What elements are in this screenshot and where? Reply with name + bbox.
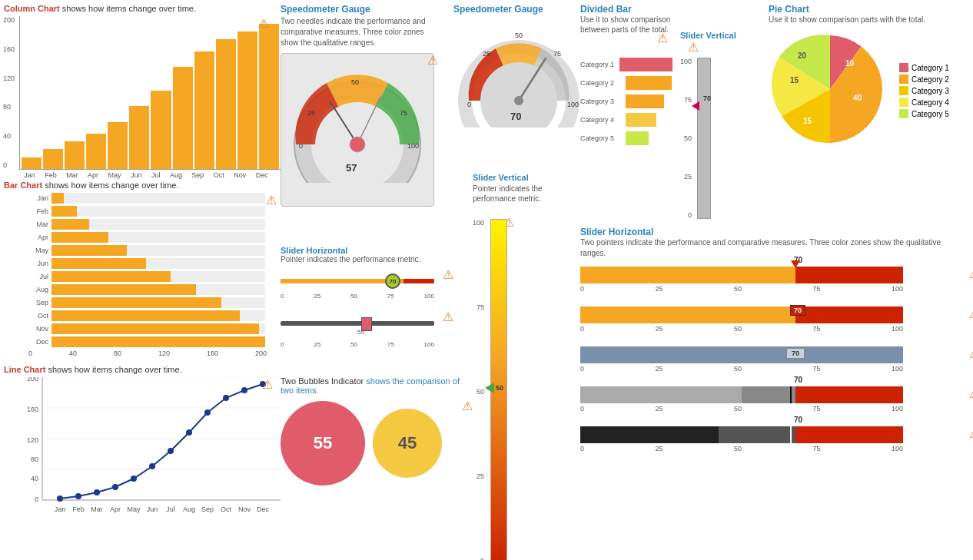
svg-point-21: [223, 395, 229, 401]
slider-h-right-warn-1: ⚠: [969, 267, 973, 281]
pie-chart-container: 10 40 15 15 20 Category 1 Category 2 Cat…: [769, 28, 972, 151]
speedometer-gauge2-title: Speedometer Gauge: [453, 4, 592, 15]
svg-text:80: 80: [31, 456, 38, 463]
svg-text:40: 40: [31, 475, 38, 482]
pie-chart-desc: Use it to show comparison parts with the…: [769, 15, 972, 25]
col-bar-item: [173, 67, 193, 169]
bubbles-title: Two Bubbles Indicator shows the comparis…: [281, 376, 473, 395]
slider-h-right-warn-5: ⚠: [969, 426, 973, 441]
slider-thumb-1[interactable]: 70: [385, 273, 400, 289]
hbar-row: Nov: [27, 323, 265, 334]
hbar-label: Aug: [27, 286, 48, 293]
svg-point-43: [350, 137, 365, 152]
bubble1-value: 55: [314, 433, 332, 453]
svg-text:25: 25: [307, 109, 315, 117]
hbar-fill: [51, 193, 64, 204]
col-chart-bars: [20, 16, 281, 169]
divided-bar-row-1: Category 1: [580, 58, 672, 71]
col-bar-item: [65, 141, 85, 169]
column-chart: 200 160 120 80 40 0: [19, 16, 281, 170]
bubble-1: 55: [281, 401, 365, 485]
hbar-track: [51, 258, 265, 269]
divided-bar-chart: Category 1 Category 2 Category 3 Categor…: [580, 58, 672, 145]
hbar-row: Sep: [27, 297, 265, 308]
svg-text:Jul: Jul: [166, 505, 175, 513]
hbar-track: [51, 219, 265, 230]
bar-chart-section: Bar Chart shows how items change over ti…: [4, 181, 281, 357]
col-bar-item: [129, 106, 149, 169]
hbar-track: [51, 206, 265, 217]
svg-text:Jan: Jan: [55, 505, 66, 513]
col-bar-item: [237, 31, 257, 169]
col-bar-item: [22, 157, 42, 169]
pie-chart-svg: 10 40 15 15 20: [769, 28, 892, 151]
line-chart-svg: 200 160 120 80 40 0: [23, 377, 284, 519]
h-bar-chart: Jan Feb Mar Apr May Jun: [27, 193, 265, 347]
slider-h-right-row-3: 70 0255075100 ⚠: [580, 346, 968, 373]
speedometer-gauge1-title: Speedometer Gauge: [281, 4, 442, 15]
hbar-fill: [51, 310, 240, 321]
svg-point-18: [168, 448, 174, 454]
pie-chart-title: Pie Chart: [769, 4, 972, 15]
divided-bar-section: Divided Bar Use it to show comparison be…: [580, 4, 672, 145]
hbar-track: [51, 284, 265, 295]
svg-text:Oct: Oct: [221, 505, 232, 513]
divided-bar-row-4: Category 4: [580, 113, 672, 127]
line-chart-warn-icon: ⚠: [262, 377, 273, 392]
slider-h-right-row-1: 70 0255075100 ⚠: [580, 267, 968, 293]
bubble2-value: 45: [398, 433, 417, 453]
slider-h-right-row-2: 70 0255075100 ⚠: [580, 307, 968, 333]
col-bar-item: [259, 24, 279, 169]
col-title-text: Column Chart: [4, 4, 62, 13]
slider-h-left-title: Slider Horizontal: [281, 246, 457, 255]
svg-point-20: [204, 409, 211, 416]
hbar-fill: [51, 297, 221, 308]
svg-text:Feb: Feb: [72, 505, 85, 513]
svg-text:50: 50: [351, 78, 359, 86]
col-chart-warn-icon: ⚠: [258, 16, 269, 31]
line-chart-title: Line Chart shows how items change over t…: [4, 365, 281, 374]
col-x-labels: JanFebMarAprMayJunJulAugSepOctNovDec: [19, 171, 273, 179]
svg-text:10: 10: [845, 59, 855, 68]
slider-vertical-right-section: Slider Vertical ⚠ 1007550250 70: [680, 31, 746, 219]
hbar-label: May: [27, 247, 48, 254]
slider-h-left-2: ⚠ 55 0 25 50 75 100: [281, 313, 457, 348]
hbar-label: Oct: [27, 312, 48, 320]
svg-point-19: [186, 429, 192, 436]
hbar-fill: [51, 323, 259, 334]
svg-point-12: [57, 495, 63, 502]
slider-vertical-right-title: Slider Vertical: [680, 31, 746, 40]
hbar-fill: [51, 232, 108, 243]
svg-text:100: 100: [407, 142, 419, 150]
slider-vertical-center-title: Slider Vertical: [473, 173, 550, 182]
pie-chart-section: Pie Chart Use it to show comparison part…: [769, 4, 972, 151]
col-bar-item: [86, 134, 106, 169]
slider-h-right-row-5: 70 0255075100 ⚠: [580, 426, 968, 452]
pie-legend-3: Category 3: [899, 86, 949, 95]
divided-bar-row-5: Category 5: [580, 131, 672, 145]
svg-text:100: 100: [567, 101, 579, 108]
svg-text:160: 160: [27, 406, 38, 413]
svg-text:20: 20: [798, 51, 807, 60]
svg-point-53: [514, 96, 523, 105]
svg-point-17: [149, 463, 155, 469]
divided-bar-warn: ⚠: [657, 31, 668, 45]
bar-chart-warn-icon: ⚠: [266, 193, 277, 207]
svg-text:0: 0: [299, 142, 303, 150]
hbar-track: [51, 245, 265, 256]
bubble-2: 45: [373, 409, 442, 478]
col-bar-item: [194, 51, 214, 169]
pie-legend-color-5: [899, 109, 908, 118]
svg-text:75: 75: [553, 50, 561, 58]
hbar-label: Nov: [27, 325, 48, 333]
svg-point-16: [131, 476, 137, 482]
col-bar-item: [216, 39, 236, 169]
slider-h-right-warn-4: ⚠: [969, 386, 973, 401]
bubbles-warn: ⚠: [462, 399, 473, 413]
hbar-row: Dec: [27, 336, 265, 347]
pie-legend-2: Category 2: [899, 75, 949, 84]
pie-legend-color-3: [899, 86, 908, 95]
pie-chart-legend: Category 1 Category 2 Category 3 Categor…: [899, 63, 949, 118]
svg-text:15: 15: [803, 117, 812, 125]
hbar-label: Apr: [27, 234, 48, 241]
